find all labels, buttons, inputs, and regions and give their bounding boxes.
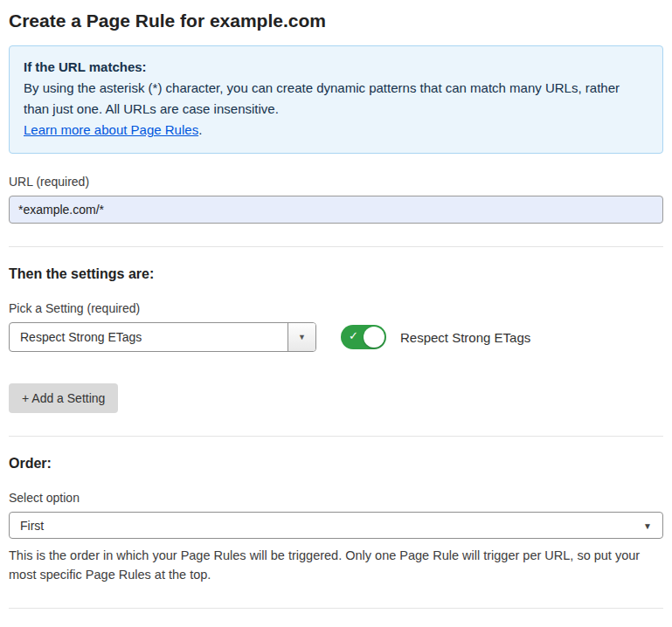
page-rule-form: Create a Page Rule for example.com If th…: [0, 0, 672, 627]
setting-select[interactable]: Respect Strong ETags ▼: [9, 322, 316, 352]
setting-select-value: Respect Strong ETags: [10, 323, 288, 351]
pick-setting-label: Pick a Setting (required): [9, 301, 663, 315]
page-title: Create a Page Rule for example.com: [9, 10, 663, 31]
setting-select-arrow-button[interactable]: ▼: [288, 323, 315, 351]
order-select-label: Select option: [9, 491, 663, 505]
setting-toggle-label: Respect Strong ETags: [400, 330, 530, 345]
url-field-label: URL (required): [9, 175, 663, 189]
divider: [9, 608, 663, 609]
settings-section-heading: Then the settings are:: [9, 266, 663, 282]
divider: [9, 246, 663, 247]
info-box-heading: If the URL matches:: [24, 59, 147, 74]
order-section-heading: Order:: [9, 456, 663, 472]
link-suffix: .: [198, 122, 202, 137]
setting-row: Respect Strong ETags ▼ ✓ Respect Strong …: [9, 322, 663, 352]
learn-more-link[interactable]: Learn more about Page Rules: [24, 122, 198, 137]
chevron-down-icon: ▼: [643, 520, 652, 530]
url-input[interactable]: [9, 196, 663, 224]
setting-toggle[interactable]: ✓: [341, 325, 386, 349]
order-help-text: This is the order in which your Page Rul…: [9, 546, 663, 585]
url-match-info-box: If the URL matches: By using the asteris…: [9, 45, 663, 154]
info-box-body: By using the asterisk (*) character, you…: [24, 78, 648, 120]
divider: [9, 436, 663, 437]
check-icon: ✓: [349, 329, 358, 344]
setting-toggle-group: ✓ Respect Strong ETags: [341, 325, 530, 349]
order-select-value: First: [20, 519, 44, 533]
add-setting-button[interactable]: + Add a Setting: [9, 383, 118, 413]
toggle-knob: [364, 327, 384, 348]
dropdown-arrow-icon: ▼: [298, 333, 306, 341]
order-select[interactable]: First ▼: [9, 512, 663, 539]
